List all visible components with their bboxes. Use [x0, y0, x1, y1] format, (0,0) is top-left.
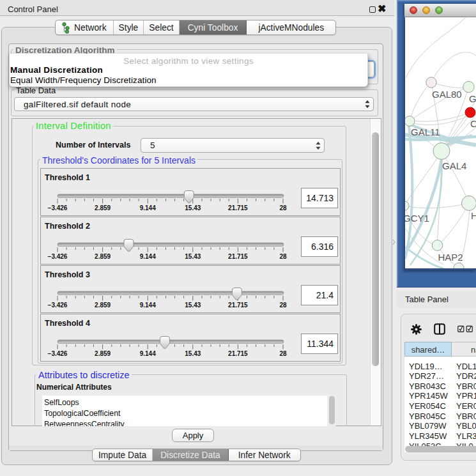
svg-text:28: 28	[279, 302, 287, 309]
svg-text:15.43: 15.43	[185, 253, 201, 260]
svg-text:GAL11: GAL11	[411, 127, 440, 137]
svg-text:9.144: 9.144	[140, 350, 156, 357]
svg-text:2.859: 2.859	[95, 253, 111, 260]
svg-text:2.859: 2.859	[95, 204, 111, 211]
svg-text:15.43: 15.43	[185, 302, 201, 309]
svg-text:28: 28	[279, 204, 287, 211]
svg-text:9.144: 9.144	[140, 253, 156, 260]
svg-text:21.715: 21.715	[228, 253, 248, 260]
svg-text:HAP2: HAP2	[438, 252, 463, 263]
svg-text:21.715: 21.715	[228, 302, 248, 309]
svg-text:C: C	[470, 118, 476, 129]
svg-text:−3.426: −3.426	[48, 350, 68, 357]
svg-text:9.144: 9.144	[140, 302, 156, 309]
svg-text:15.43: 15.43	[185, 350, 201, 357]
svg-text:GCY1: GCY1	[405, 213, 429, 224]
svg-text:GAL80: GAL80	[432, 89, 462, 100]
svg-text:GA: GA	[469, 93, 476, 104]
svg-text:−3.426: −3.426	[48, 253, 68, 260]
svg-text:15.43: 15.43	[185, 204, 201, 211]
svg-text:21.715: 21.715	[228, 204, 248, 211]
svg-text:−3.426: −3.426	[48, 204, 68, 211]
svg-text:28: 28	[279, 253, 287, 260]
svg-text:21.715: 21.715	[228, 350, 248, 357]
svg-text:GAL4: GAL4	[442, 160, 466, 171]
svg-text:28: 28	[279, 350, 287, 357]
svg-text:2.859: 2.859	[95, 350, 111, 357]
svg-text:9.144: 9.144	[140, 204, 156, 211]
svg-text:H: H	[471, 210, 476, 221]
svg-text:2.859: 2.859	[95, 302, 111, 309]
svg-text:−3.426: −3.426	[48, 302, 68, 309]
